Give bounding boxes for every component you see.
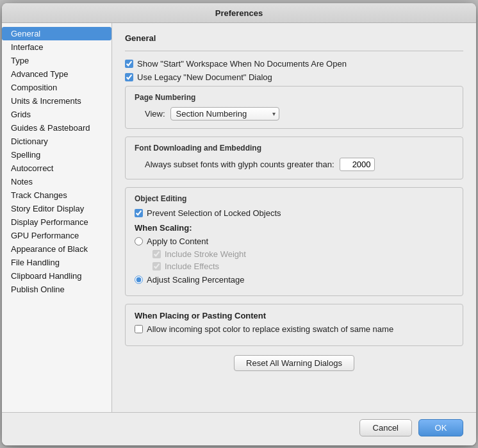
incoming-spot-color-checkbox[interactable] <box>135 325 143 333</box>
section-numbering-select[interactable]: Section Numbering Absolute Numbering <box>170 107 279 120</box>
sidebar-item-spelling[interactable]: Spelling <box>2 148 111 162</box>
show-start-workspace-label[interactable]: Show "Start" Workspace When No Documents… <box>137 59 347 69</box>
when-scaling-label: When Scaling: <box>135 223 454 233</box>
prevent-selection-checkbox[interactable] <box>135 209 143 217</box>
sidebar-item-clipboard-handling[interactable]: Clipboard Handling <box>2 269 111 283</box>
page-numbering-group: Page Numbering View: Section Numbering A… <box>125 86 463 129</box>
reset-warning-dialogs-button[interactable]: Reset All Warning Dialogs <box>234 355 354 371</box>
sidebar-item-type[interactable]: Type <box>2 54 111 67</box>
sidebar-item-display-performance[interactable]: Display Performance <box>2 215 111 229</box>
sidebar-item-advanced-type[interactable]: Advanced Type <box>2 67 111 81</box>
sidebar-item-general[interactable]: General <box>2 27 111 40</box>
sidebar-item-publish-online[interactable]: Publish Online <box>2 283 111 296</box>
page-numbering-title: Page Numbering <box>135 93 454 102</box>
sidebar-item-dictionary[interactable]: Dictionary <box>2 135 111 148</box>
apply-to-content-label[interactable]: Apply to Content <box>147 236 208 246</box>
prevent-selection-row: Prevent Selection of Locked Objects <box>135 208 454 218</box>
stroke-weight-label: Include Stroke Weight <box>165 249 246 259</box>
sidebar-item-grids[interactable]: Grids <box>2 108 111 121</box>
sidebar-item-autocorrect[interactable]: Autocorrect <box>2 162 111 175</box>
object-editing-title: Object Editing <box>135 194 454 203</box>
content-area: GeneralInterfaceTypeAdvanced TypeComposi… <box>2 23 476 412</box>
sidebar-item-composition[interactable]: Composition <box>2 81 111 94</box>
apply-to-content-radio[interactable] <box>135 237 143 245</box>
font-downloading-group: Font Downloading and Embedding Always su… <box>125 137 463 179</box>
ok-button[interactable]: OK <box>418 419 463 436</box>
adjust-scaling-label[interactable]: Adjust Scaling Percentage <box>147 275 244 285</box>
legacy-new-doc-checkbox[interactable] <box>125 73 133 81</box>
object-editing-group: Object Editing Prevent Selection of Lock… <box>125 187 463 296</box>
incoming-spot-color-label[interactable]: Allow incoming spot color to replace exi… <box>147 324 393 334</box>
main-panel: General Show "Start" Workspace When No D… <box>112 23 476 412</box>
adjust-scaling-radio[interactable] <box>135 276 143 284</box>
dialog-titlebar: Preferences <box>2 3 476 23</box>
font-label: Always subset fonts with glyph counts gr… <box>145 160 334 169</box>
sidebar-item-interface[interactable]: Interface <box>2 40 111 54</box>
glyph-count-input[interactable] <box>340 158 375 171</box>
sidebar-item-file-handling[interactable]: File Handling <box>2 256 111 269</box>
view-row: View: Section Numbering Absolute Numberi… <box>145 107 454 120</box>
radio-sub-options: Include Stroke Weight Include Effects <box>152 249 454 271</box>
stroke-weight-row: Include Stroke Weight <box>152 249 454 259</box>
adjust-scaling-row: Adjust Scaling Percentage <box>135 275 454 285</box>
sidebar-item-units-increments[interactable]: Units & Increments <box>2 94 111 108</box>
reset-button-row: Reset All Warning Dialogs <box>125 355 463 371</box>
font-downloading-title: Font Downloading and Embedding <box>135 144 454 153</box>
section-numbering-select-wrapper: Section Numbering Absolute Numbering ▾ <box>170 107 279 120</box>
show-start-workspace-row: Show "Start" Workspace When No Documents… <box>125 59 463 69</box>
sidebar-item-guides-pasteboard[interactable]: Guides & Pasteboard <box>2 121 111 135</box>
sidebar-item-notes[interactable]: Notes <box>2 175 111 188</box>
preferences-dialog: Preferences GeneralInterfaceTypeAdvanced… <box>2 3 476 445</box>
stroke-weight-checkbox[interactable] <box>152 250 161 258</box>
placing-title: When Placing or Pasting Content <box>135 311 454 320</box>
sidebar-item-gpu-performance[interactable]: GPU Performance <box>2 229 111 242</box>
sidebar: GeneralInterfaceTypeAdvanced TypeComposi… <box>2 23 112 412</box>
legacy-new-doc-row: Use Legacy "New Document" Dialog <box>125 72 463 82</box>
sidebar-item-track-changes[interactable]: Track Changes <box>2 188 111 202</box>
prevent-selection-label[interactable]: Prevent Selection of Locked Objects <box>147 208 281 218</box>
legacy-new-doc-label[interactable]: Use Legacy "New Document" Dialog <box>137 72 272 82</box>
cancel-button[interactable]: Cancel <box>359 419 412 436</box>
incoming-spot-color-row: Allow incoming spot color to replace exi… <box>135 324 454 334</box>
view-label: View: <box>145 109 165 119</box>
dialog-footer: Cancel OK <box>2 412 476 445</box>
show-start-workspace-checkbox[interactable] <box>125 60 133 68</box>
main-section-title: General <box>125 33 463 43</box>
apply-to-content-row: Apply to Content <box>135 236 454 246</box>
separator-1 <box>125 51 463 51</box>
include-effects-row: Include Effects <box>152 261 454 271</box>
sidebar-item-appearance-of-black[interactable]: Appearance of Black <box>2 242 111 256</box>
font-row: Always subset fonts with glyph counts gr… <box>145 158 454 171</box>
include-effects-checkbox[interactable] <box>152 262 161 270</box>
sidebar-item-story-editor-display[interactable]: Story Editor Display <box>2 202 111 215</box>
placing-group: When Placing or Pasting Content Allow in… <box>125 304 463 346</box>
include-effects-label: Include Effects <box>165 261 219 271</box>
dialog-title: Preferences <box>215 8 263 18</box>
